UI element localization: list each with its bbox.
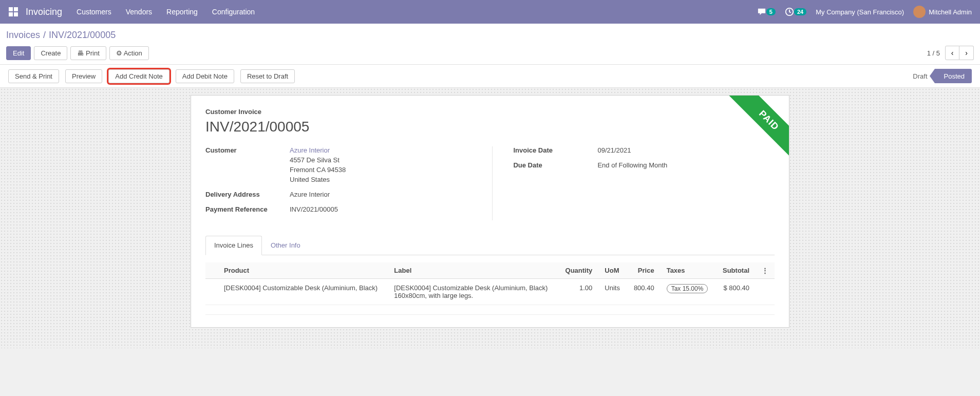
user-name: Mitchell Admin bbox=[929, 8, 972, 16]
action-button[interactable]: ⚙ Action bbox=[109, 46, 149, 60]
address-line-2: Fremont CA 94538 bbox=[290, 166, 486, 174]
control-panel: Invoices / INV/2021/00005 Edit Create 🖶 … bbox=[0, 24, 980, 65]
pager-text: 1 / 5 bbox=[927, 49, 940, 57]
top-nav: Invoicing Customers Vendors Reporting Co… bbox=[0, 0, 980, 24]
pager-prev[interactable]: ‹ bbox=[945, 46, 959, 60]
cell-label: [DESK0004] Customizable Desk (Aluminium,… bbox=[388, 279, 558, 305]
cell-product: [DESK0004] Customizable Desk (Aluminium,… bbox=[218, 279, 388, 305]
nav-configuration[interactable]: Configuration bbox=[212, 8, 255, 16]
tax-badge: Tax 15.00% bbox=[667, 284, 708, 293]
edit-button[interactable]: Edit bbox=[6, 46, 31, 60]
col-uom: UoM bbox=[598, 262, 627, 279]
avatar bbox=[913, 6, 926, 18]
address-line-3: United States bbox=[290, 176, 486, 183]
add-credit-note-button[interactable]: Add Credit Note bbox=[108, 69, 169, 83]
tab-other-info[interactable]: Other Info bbox=[262, 236, 309, 255]
breadcrumb-parent[interactable]: Invoices bbox=[6, 30, 40, 41]
due-date-label: Due Date bbox=[513, 161, 597, 169]
svg-rect-2 bbox=[9, 12, 13, 16]
preview-button[interactable]: Preview bbox=[65, 69, 102, 83]
payment-reference-label: Payment Reference bbox=[205, 205, 290, 213]
nav-reporting[interactable]: Reporting bbox=[166, 8, 198, 16]
svg-rect-1 bbox=[14, 7, 18, 11]
print-icon: 🖶 bbox=[77, 49, 86, 57]
company-selector[interactable]: My Company (San Francisco) bbox=[816, 8, 904, 16]
col-quantity: Quantity bbox=[558, 262, 599, 279]
table-row[interactable]: [DESK0004] Customizable Desk (Aluminium,… bbox=[205, 279, 775, 305]
cell-subtotal: $ 800.40 bbox=[715, 279, 756, 305]
activities-icon[interactable]: 24 bbox=[785, 7, 806, 16]
col-label: Label bbox=[388, 262, 558, 279]
gear-icon: ⚙ bbox=[116, 49, 124, 57]
nav-links: Customers Vendors Reporting Configuratio… bbox=[77, 8, 255, 16]
svg-rect-3 bbox=[14, 12, 18, 16]
invoice-lines-table: Product Label Quantity UoM Price Taxes S… bbox=[205, 262, 775, 305]
pager-next[interactable]: › bbox=[959, 46, 974, 60]
col-subtotal: Subtotal bbox=[715, 262, 756, 279]
address-line-1: 4557 De Silva St bbox=[290, 156, 486, 164]
tab-invoice-lines[interactable]: Invoice Lines bbox=[205, 236, 262, 255]
delivery-address-link[interactable]: Azure Interior bbox=[290, 191, 486, 198]
cell-quantity: 1.00 bbox=[558, 279, 599, 305]
customer-label: Customer bbox=[205, 146, 290, 183]
sheet: PAID Customer Invoice INV/2021/00005 Cus… bbox=[191, 95, 789, 328]
messages-icon[interactable]: 5 bbox=[757, 8, 776, 16]
svg-rect-0 bbox=[9, 7, 13, 11]
cell-price: 800.40 bbox=[627, 279, 660, 305]
breadcrumb: Invoices / INV/2021/00005 bbox=[6, 28, 974, 41]
invoice-type-label: Customer Invoice bbox=[205, 108, 775, 116]
status-posted[interactable]: Posted bbox=[935, 69, 972, 83]
cell-taxes: Tax 15.00% bbox=[661, 279, 715, 305]
due-date-value[interactable]: End of Following Month bbox=[597, 161, 775, 169]
cell-uom: Units bbox=[598, 279, 627, 305]
app-name: Invoicing bbox=[26, 7, 62, 17]
col-product: Product bbox=[218, 262, 388, 279]
apps-icon[interactable] bbox=[8, 7, 18, 17]
print-button[interactable]: 🖶 Print bbox=[70, 46, 106, 60]
activities-badge: 24 bbox=[794, 8, 806, 15]
breadcrumb-current: INV/2021/00005 bbox=[49, 30, 116, 41]
col-price: Price bbox=[627, 262, 660, 279]
statusbar: Send & Print Preview Add Credit Note Add… bbox=[0, 65, 980, 88]
customer-link[interactable]: Azure Interior bbox=[290, 146, 330, 154]
delivery-address-label: Delivery Address bbox=[205, 191, 290, 198]
invoice-number: INV/2021/00005 bbox=[205, 119, 775, 135]
payment-reference-value: INV/2021/00005 bbox=[290, 205, 486, 213]
column-options-icon[interactable]: ⋮ bbox=[756, 262, 775, 279]
nav-vendors[interactable]: Vendors bbox=[126, 8, 152, 16]
send-print-button[interactable]: Send & Print bbox=[8, 69, 59, 83]
invoice-date-value: 09/21/2021 bbox=[597, 146, 775, 154]
create-button[interactable]: Create bbox=[34, 46, 67, 60]
invoice-date-label: Invoice Date bbox=[513, 146, 597, 154]
notebook-tabs: Invoice Lines Other Info bbox=[205, 236, 775, 255]
nav-customers[interactable]: Customers bbox=[77, 8, 111, 16]
col-taxes: Taxes bbox=[661, 262, 715, 279]
messages-badge: 5 bbox=[766, 8, 776, 15]
form-view: PAID Customer Invoice INV/2021/00005 Cus… bbox=[0, 88, 980, 348]
user-menu[interactable]: Mitchell Admin bbox=[913, 6, 972, 18]
add-debit-note-button[interactable]: Add Debit Note bbox=[176, 69, 234, 83]
reset-to-draft-button[interactable]: Reset to Draft bbox=[240, 69, 295, 83]
